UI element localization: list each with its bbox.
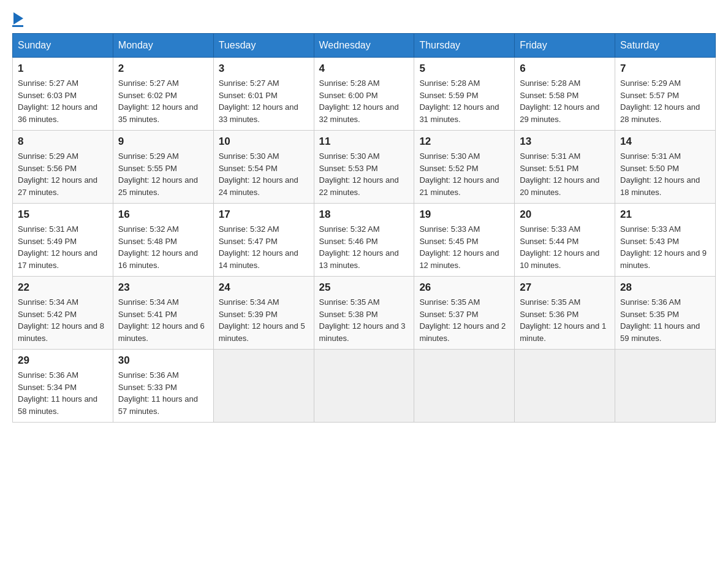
day-number: 11	[319, 136, 409, 148]
day-info: Sunrise: 5:35 AMSunset: 5:37 PMDaylight:…	[419, 296, 509, 344]
calendar-day-cell: 26Sunrise: 5:35 AMSunset: 5:37 PMDayligh…	[414, 277, 515, 350]
day-number: 16	[118, 209, 208, 221]
calendar-day-cell: 23Sunrise: 5:34 AMSunset: 5:41 PMDayligh…	[113, 277, 213, 350]
page-header	[12, 12, 716, 27]
day-number: 7	[620, 63, 710, 75]
day-info: Sunrise: 5:27 AMSunset: 6:01 PMDaylight:…	[219, 77, 309, 125]
day-info: Sunrise: 5:28 AMSunset: 5:59 PMDaylight:…	[419, 77, 509, 125]
day-info: Sunrise: 5:29 AMSunset: 5:56 PMDaylight:…	[18, 150, 108, 198]
calendar-day-cell: 3Sunrise: 5:27 AMSunset: 6:01 PMDaylight…	[213, 58, 314, 131]
day-number: 3	[219, 63, 309, 75]
logo-arrow-icon	[13, 12, 23, 25]
day-number: 27	[520, 282, 610, 294]
calendar-day-cell: 24Sunrise: 5:34 AMSunset: 5:39 PMDayligh…	[213, 277, 314, 350]
calendar-day-cell: 1Sunrise: 5:27 AMSunset: 6:03 PMDaylight…	[13, 58, 113, 131]
calendar-day-cell: 27Sunrise: 5:35 AMSunset: 5:36 PMDayligh…	[515, 277, 615, 350]
calendar-day-cell: 16Sunrise: 5:32 AMSunset: 5:48 PMDayligh…	[113, 204, 213, 277]
day-number: 12	[419, 136, 509, 148]
day-info: Sunrise: 5:33 AMSunset: 5:45 PMDaylight:…	[419, 223, 509, 271]
day-number: 19	[419, 209, 509, 221]
calendar-day-cell: 12Sunrise: 5:30 AMSunset: 5:52 PMDayligh…	[414, 131, 515, 204]
day-info: Sunrise: 5:35 AMSunset: 5:36 PMDaylight:…	[520, 296, 610, 344]
day-number: 18	[319, 209, 409, 221]
calendar-day-cell: 9Sunrise: 5:29 AMSunset: 5:55 PMDaylight…	[113, 131, 213, 204]
day-info: Sunrise: 5:36 AMSunset: 5:33 PMDaylight:…	[118, 369, 208, 417]
day-info: Sunrise: 5:29 AMSunset: 5:57 PMDaylight:…	[620, 77, 710, 125]
calendar-week-row: 1Sunrise: 5:27 AMSunset: 6:03 PMDaylight…	[13, 58, 716, 131]
day-info: Sunrise: 5:27 AMSunset: 6:03 PMDaylight:…	[18, 77, 108, 125]
calendar-day-cell: 5Sunrise: 5:28 AMSunset: 5:59 PMDaylight…	[414, 58, 515, 131]
calendar-day-cell: 8Sunrise: 5:29 AMSunset: 5:56 PMDaylight…	[13, 131, 113, 204]
header-friday: Friday	[515, 34, 615, 58]
day-info: Sunrise: 5:31 AMSunset: 5:50 PMDaylight:…	[620, 150, 710, 198]
calendar-day-cell	[414, 350, 515, 423]
header-sunday: Sunday	[13, 34, 113, 58]
day-number: 17	[219, 209, 309, 221]
calendar-week-row: 22Sunrise: 5:34 AMSunset: 5:42 PMDayligh…	[13, 277, 716, 350]
day-number: 10	[219, 136, 309, 148]
day-info: Sunrise: 5:36 AMSunset: 5:34 PMDaylight:…	[18, 369, 108, 417]
calendar-day-cell: 28Sunrise: 5:36 AMSunset: 5:35 PMDayligh…	[615, 277, 716, 350]
day-info: Sunrise: 5:36 AMSunset: 5:35 PMDaylight:…	[620, 296, 710, 344]
header-tuesday: Tuesday	[213, 34, 314, 58]
calendar-day-cell: 10Sunrise: 5:30 AMSunset: 5:54 PMDayligh…	[213, 131, 314, 204]
day-info: Sunrise: 5:30 AMSunset: 5:52 PMDaylight:…	[419, 150, 509, 198]
calendar-day-cell	[314, 350, 414, 423]
day-info: Sunrise: 5:33 AMSunset: 5:43 PMDaylight:…	[620, 223, 710, 271]
day-number: 20	[520, 209, 610, 221]
day-number: 9	[118, 136, 208, 148]
day-number: 23	[118, 282, 208, 294]
day-number: 26	[419, 282, 509, 294]
calendar-day-cell	[213, 350, 314, 423]
day-number: 25	[319, 282, 409, 294]
calendar-day-cell: 20Sunrise: 5:33 AMSunset: 5:44 PMDayligh…	[515, 204, 615, 277]
header-monday: Monday	[113, 34, 213, 58]
calendar-day-cell: 7Sunrise: 5:29 AMSunset: 5:57 PMDaylight…	[615, 58, 716, 131]
day-number: 5	[419, 63, 509, 75]
calendar-week-row: 29Sunrise: 5:36 AMSunset: 5:34 PMDayligh…	[13, 350, 716, 423]
day-info: Sunrise: 5:27 AMSunset: 6:02 PMDaylight:…	[118, 77, 208, 125]
day-number: 6	[520, 63, 610, 75]
calendar-day-cell: 11Sunrise: 5:30 AMSunset: 5:53 PMDayligh…	[314, 131, 414, 204]
day-number: 30	[118, 354, 208, 367]
calendar-day-cell: 13Sunrise: 5:31 AMSunset: 5:51 PMDayligh…	[515, 131, 615, 204]
day-number: 29	[18, 354, 108, 367]
day-number: 24	[219, 282, 309, 294]
logo-underline	[12, 25, 23, 27]
day-info: Sunrise: 5:31 AMSunset: 5:51 PMDaylight:…	[520, 150, 610, 198]
day-number: 1	[18, 63, 108, 75]
day-info: Sunrise: 5:32 AMSunset: 5:46 PMDaylight:…	[319, 223, 409, 271]
header-thursday: Thursday	[414, 34, 515, 58]
calendar-day-cell: 14Sunrise: 5:31 AMSunset: 5:50 PMDayligh…	[615, 131, 716, 204]
day-info: Sunrise: 5:32 AMSunset: 5:47 PMDaylight:…	[219, 223, 309, 271]
calendar-week-row: 8Sunrise: 5:29 AMSunset: 5:56 PMDaylight…	[13, 131, 716, 204]
calendar-day-cell: 21Sunrise: 5:33 AMSunset: 5:43 PMDayligh…	[615, 204, 716, 277]
day-info: Sunrise: 5:31 AMSunset: 5:49 PMDaylight:…	[18, 223, 108, 271]
day-info: Sunrise: 5:28 AMSunset: 5:58 PMDaylight:…	[520, 77, 610, 125]
calendar-day-cell: 4Sunrise: 5:28 AMSunset: 6:00 PMDaylight…	[314, 58, 414, 131]
day-info: Sunrise: 5:34 AMSunset: 5:42 PMDaylight:…	[18, 296, 108, 344]
day-info: Sunrise: 5:32 AMSunset: 5:48 PMDaylight:…	[118, 223, 208, 271]
calendar-day-cell: 2Sunrise: 5:27 AMSunset: 6:02 PMDaylight…	[113, 58, 213, 131]
calendar-day-cell: 29Sunrise: 5:36 AMSunset: 5:34 PMDayligh…	[13, 350, 113, 423]
day-number: 15	[18, 209, 108, 221]
day-info: Sunrise: 5:29 AMSunset: 5:55 PMDaylight:…	[118, 150, 208, 198]
calendar-day-cell: 17Sunrise: 5:32 AMSunset: 5:47 PMDayligh…	[213, 204, 314, 277]
calendar-day-cell: 19Sunrise: 5:33 AMSunset: 5:45 PMDayligh…	[414, 204, 515, 277]
calendar-day-cell: 25Sunrise: 5:35 AMSunset: 5:38 PMDayligh…	[314, 277, 414, 350]
day-number: 21	[620, 209, 710, 221]
calendar-day-cell	[515, 350, 615, 423]
day-info: Sunrise: 5:30 AMSunset: 5:53 PMDaylight:…	[319, 150, 409, 198]
logo	[12, 12, 23, 27]
day-number: 13	[520, 136, 610, 148]
day-number: 28	[620, 282, 710, 294]
calendar-day-cell: 6Sunrise: 5:28 AMSunset: 5:58 PMDaylight…	[515, 58, 615, 131]
calendar-day-cell: 30Sunrise: 5:36 AMSunset: 5:33 PMDayligh…	[113, 350, 213, 423]
day-info: Sunrise: 5:34 AMSunset: 5:41 PMDaylight:…	[118, 296, 208, 344]
day-number: 22	[18, 282, 108, 294]
calendar-week-row: 15Sunrise: 5:31 AMSunset: 5:49 PMDayligh…	[13, 204, 716, 277]
calendar-day-cell: 15Sunrise: 5:31 AMSunset: 5:49 PMDayligh…	[13, 204, 113, 277]
day-number: 8	[18, 136, 108, 148]
day-info: Sunrise: 5:30 AMSunset: 5:54 PMDaylight:…	[219, 150, 309, 198]
calendar-day-cell	[615, 350, 716, 423]
